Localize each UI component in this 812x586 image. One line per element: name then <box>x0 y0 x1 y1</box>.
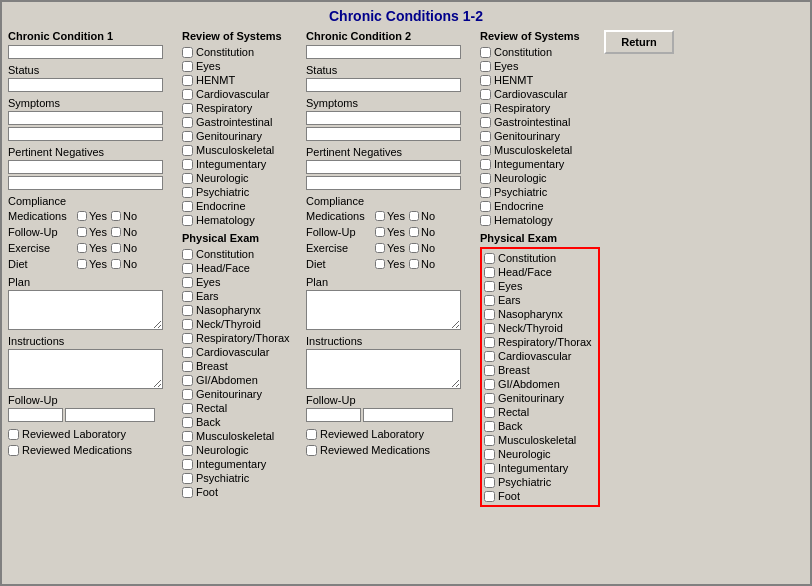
followup1-input1[interactable] <box>8 408 63 422</box>
ros1-items-cb-2[interactable] <box>182 75 193 86</box>
ros2-items-cb-2[interactable] <box>480 75 491 86</box>
pertinent-neg2-input2[interactable] <box>306 176 461 190</box>
return-button[interactable]: Return <box>604 30 674 54</box>
cc1-input[interactable] <box>8 45 163 59</box>
pe1-items-cb-16[interactable] <box>182 473 193 484</box>
ros2-items-cb-5[interactable] <box>480 117 491 128</box>
ros1-items-cb-8[interactable] <box>182 159 193 170</box>
pe2-items-cb-11[interactable] <box>484 407 495 418</box>
comp1-diet-no-cb[interactable] <box>111 259 121 269</box>
pe2-items-cb-4[interactable] <box>484 309 495 320</box>
pe2-items-cb-15[interactable] <box>484 463 495 474</box>
pe1-items-cb-8[interactable] <box>182 361 193 372</box>
reviewed-meds1-cb[interactable] <box>8 445 19 456</box>
comp2-meds-no-cb[interactable] <box>409 211 419 221</box>
followup2-input2[interactable] <box>363 408 453 422</box>
plan1-textarea[interactable] <box>8 290 163 330</box>
pe1-items-cb-12[interactable] <box>182 417 193 428</box>
pe2-items-cb-14[interactable] <box>484 449 495 460</box>
comp1-followup-no-cb[interactable] <box>111 227 121 237</box>
ros1-items-cb-5[interactable] <box>182 117 193 128</box>
reviewed-meds2-cb[interactable] <box>306 445 317 456</box>
cc2-input[interactable] <box>306 45 461 59</box>
ros1-items-cb-7[interactable] <box>182 145 193 156</box>
followup2-input1[interactable] <box>306 408 361 422</box>
symptoms1-input1[interactable] <box>8 111 163 125</box>
pe1-items-cb-15[interactable] <box>182 459 193 470</box>
pe1-items-cb-4[interactable] <box>182 305 193 316</box>
ros1-items-cb-1[interactable] <box>182 61 193 72</box>
pe1-items-cb-6[interactable] <box>182 333 193 344</box>
pe2-items-cb-6[interactable] <box>484 337 495 348</box>
pe2-items-cb-9[interactable] <box>484 379 495 390</box>
comp1-followup-yes-cb[interactable] <box>77 227 87 237</box>
pe1-items-cb-3[interactable] <box>182 291 193 302</box>
ros2-items-cb-4[interactable] <box>480 103 491 114</box>
pe2-items-cb-2[interactable] <box>484 281 495 292</box>
pe1-items-cb-5[interactable] <box>182 319 193 330</box>
ros1-items-cb-11[interactable] <box>182 201 193 212</box>
pe1-items-cb-7[interactable] <box>182 347 193 358</box>
followup1-input2[interactable] <box>65 408 155 422</box>
status2-input[interactable] <box>306 78 461 92</box>
ros2-items-cb-9[interactable] <box>480 173 491 184</box>
pertinent-neg1-input1[interactable] <box>8 160 163 174</box>
ros2-items-cb-3[interactable] <box>480 89 491 100</box>
pe1-items-cb-13[interactable] <box>182 431 193 442</box>
pe1-items-cb-1[interactable] <box>182 263 193 274</box>
ros1-items-cb-6[interactable] <box>182 131 193 142</box>
pe1-items-cb-9[interactable] <box>182 375 193 386</box>
pe2-items-cb-10[interactable] <box>484 393 495 404</box>
comp1-meds-yes-cb[interactable] <box>77 211 87 221</box>
pe2-items-cb-7[interactable] <box>484 351 495 362</box>
pe2-items-cb-12[interactable] <box>484 421 495 432</box>
reviewed-lab2-cb[interactable] <box>306 429 317 440</box>
ros2-items-cb-12[interactable] <box>480 215 491 226</box>
status1-input[interactable] <box>8 78 163 92</box>
ros2-items-cb-8[interactable] <box>480 159 491 170</box>
pe2-items-cb-3[interactable] <box>484 295 495 306</box>
comp2-exercise-no-cb[interactable] <box>409 243 419 253</box>
comp1-exercise-yes-cb[interactable] <box>77 243 87 253</box>
pertinent-neg1-input2[interactable] <box>8 176 163 190</box>
comp2-exercise-yes-cb[interactable] <box>375 243 385 253</box>
ros2-items-cb-7[interactable] <box>480 145 491 156</box>
ros1-items-cb-0[interactable] <box>182 47 193 58</box>
symptoms2-input2[interactable] <box>306 127 461 141</box>
pe2-items-cb-16[interactable] <box>484 477 495 488</box>
ros2-items-cb-6[interactable] <box>480 131 491 142</box>
comp1-exercise-no-cb[interactable] <box>111 243 121 253</box>
symptoms2-input1[interactable] <box>306 111 461 125</box>
comp2-diet-yes-cb[interactable] <box>375 259 385 269</box>
pe2-items-cb-13[interactable] <box>484 435 495 446</box>
pe2-items-cb-17[interactable] <box>484 491 495 502</box>
pe2-items-cb-1[interactable] <box>484 267 495 278</box>
ros1-items-cb-12[interactable] <box>182 215 193 226</box>
pe1-items-cb-10[interactable] <box>182 389 193 400</box>
ros1-items-cb-10[interactable] <box>182 187 193 198</box>
plan2-textarea[interactable] <box>306 290 461 330</box>
comp1-diet-yes-cb[interactable] <box>77 259 87 269</box>
ros2-items-cb-10[interactable] <box>480 187 491 198</box>
ros2-items-cb-11[interactable] <box>480 201 491 212</box>
pe2-items-cb-8[interactable] <box>484 365 495 376</box>
pe1-items-cb-11[interactable] <box>182 403 193 414</box>
ros1-items-cb-4[interactable] <box>182 103 193 114</box>
ros2-items-cb-1[interactable] <box>480 61 491 72</box>
comp2-meds-yes-cb[interactable] <box>375 211 385 221</box>
comp2-followup-no-cb[interactable] <box>409 227 419 237</box>
pe1-items-cb-0[interactable] <box>182 249 193 260</box>
comp2-diet-no-cb[interactable] <box>409 259 419 269</box>
ros1-items-cb-3[interactable] <box>182 89 193 100</box>
ros1-items-cb-9[interactable] <box>182 173 193 184</box>
pe1-items-cb-14[interactable] <box>182 445 193 456</box>
reviewed-lab1-cb[interactable] <box>8 429 19 440</box>
comp2-followup-yes-cb[interactable] <box>375 227 385 237</box>
pe2-items-cb-5[interactable] <box>484 323 495 334</box>
pe1-items-cb-2[interactable] <box>182 277 193 288</box>
ros2-items-cb-0[interactable] <box>480 47 491 58</box>
pertinent-neg2-input1[interactable] <box>306 160 461 174</box>
instructions1-textarea[interactable] <box>8 349 163 389</box>
instructions2-textarea[interactable] <box>306 349 461 389</box>
comp1-meds-no-cb[interactable] <box>111 211 121 221</box>
